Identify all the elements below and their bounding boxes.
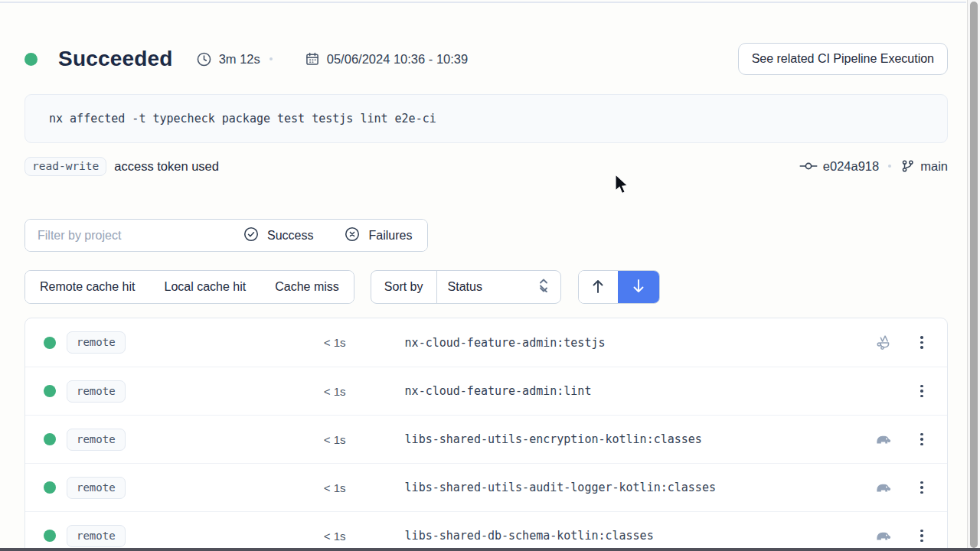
task-menu-button[interactable]	[916, 527, 927, 546]
run-duration: 3m 12s	[196, 51, 260, 67]
task-row[interactable]: remote < 1s libs-shared-utils-audit-logg…	[25, 463, 947, 511]
task-menu-button[interactable]	[916, 430, 927, 449]
task-duration: < 1s	[126, 530, 346, 543]
branch-info[interactable]: main	[900, 158, 948, 174]
task-duration: < 1s	[126, 433, 346, 446]
git-branch-icon	[900, 158, 915, 174]
filter-local-cache-hit-button[interactable]: Local cache hit	[150, 271, 261, 303]
task-row[interactable]: remote < 1s nx-cloud-feature-admin:testj…	[25, 318, 947, 367]
git-commit-icon	[799, 159, 818, 173]
task-success-dot	[44, 481, 56, 494]
token-row: read-write access token used e024a918 ma…	[24, 155, 948, 178]
task-name: libs-shared-utils-encryption-kotlin:clas…	[405, 432, 702, 446]
run-date-text: 05/06/2024 10:36 - 10:39	[327, 52, 468, 67]
filter-failures-button[interactable]: Failures	[328, 220, 427, 251]
sort-by-label: Sort by	[371, 271, 436, 303]
task-row[interactable]: remote < 1s libs-shared-db-schema-kotlin…	[25, 511, 947, 551]
filter-remote-cache-hit-button[interactable]: Remote cache hit	[25, 271, 150, 303]
task-success-dot	[44, 530, 56, 542]
cache-status-badge: remote	[67, 429, 126, 451]
access-token-label: access token used	[114, 159, 219, 174]
vcs-separator-dot	[888, 165, 891, 168]
sort-direction-group	[578, 270, 660, 304]
filter-bar: Success Failures	[24, 219, 948, 252]
task-duration: < 1s	[126, 385, 346, 398]
run-status-title: Succeeded	[58, 47, 173, 71]
meta-separator-dot	[270, 57, 273, 60]
check-circle-icon	[243, 226, 260, 246]
arrow-down-icon	[631, 278, 646, 297]
clock-icon	[196, 51, 212, 67]
sort-group: Sort by Status	[371, 270, 561, 304]
task-row[interactable]: remote < 1s nx-cloud-feature-admin:lint	[25, 367, 947, 415]
filter-failures-label: Failures	[368, 229, 412, 243]
task-success-dot	[44, 385, 56, 397]
run-status-dot	[24, 53, 38, 66]
sort-field-select[interactable]: Status	[436, 271, 560, 303]
sort-descending-button[interactable]	[618, 271, 659, 303]
project-filter-input[interactable]	[25, 220, 227, 251]
gradle-icon	[874, 429, 893, 449]
task-duration: < 1s	[126, 481, 346, 494]
arrow-up-icon	[590, 278, 606, 297]
task-success-dot	[44, 337, 56, 349]
chevron-up-down-icon	[537, 279, 550, 295]
calendar-icon	[305, 51, 320, 67]
task-menu-button[interactable]	[916, 382, 927, 401]
run-command: nx affected -t typecheck package test te…	[24, 94, 948, 143]
filter-cache-miss-button[interactable]: Cache miss	[260, 271, 354, 303]
sort-ascending-button[interactable]	[579, 271, 618, 303]
gradle-icon	[874, 478, 893, 497]
cache-status-badge: remote	[67, 525, 126, 547]
cache-filter-group: Remote cache hit Local cache hit Cache m…	[24, 270, 354, 304]
cache-status-badge: remote	[67, 380, 126, 403]
run-date: 05/06/2024 10:36 - 10:39	[305, 51, 468, 67]
task-name: nx-cloud-feature-admin:testjs	[405, 336, 606, 350]
filter-success-button[interactable]: Success	[227, 220, 328, 251]
gradle-icon	[874, 526, 893, 546]
jest-icon	[874, 333, 893, 353]
screen-bottom-edge	[0, 548, 980, 551]
task-duration: < 1s	[126, 336, 346, 349]
access-token-badge: read-write	[24, 157, 106, 176]
cache-status-badge: remote	[67, 331, 126, 354]
cache-sort-bar: Remote cache hit Local cache hit Cache m…	[24, 270, 948, 304]
main-content: Succeeded 3m 12s 05/06/2024 10:36 - 10:3…	[24, 0, 948, 551]
scrollbar-thumb[interactable]	[970, 2, 978, 548]
sort-selected-value: Status	[448, 280, 482, 294]
task-name: libs-shared-db-schema-kotlin:classes	[405, 529, 654, 543]
task-name: libs-shared-utils-audit-logger-kotlin:cl…	[405, 481, 716, 494]
branch-name: main	[920, 159, 948, 174]
page-scrollbar[interactable]	[967, 0, 980, 551]
run-header: Succeeded 3m 12s 05/06/2024 10:36 - 10:3…	[24, 43, 948, 75]
run-duration-text: 3m 12s	[219, 52, 260, 67]
task-menu-button[interactable]	[916, 478, 927, 497]
task-name: nx-cloud-feature-admin:lint	[405, 384, 592, 398]
task-row[interactable]: remote < 1s libs-shared-utils-encryption…	[25, 415, 947, 463]
task-success-dot	[44, 433, 56, 445]
see-related-pipeline-button[interactable]: See related CI Pipeline Execution	[738, 43, 948, 75]
x-circle-icon	[344, 226, 361, 246]
commit-info[interactable]: e024a918	[799, 159, 879, 174]
task-list: remote < 1s nx-cloud-feature-admin:testj…	[24, 318, 948, 551]
filter-success-label: Success	[267, 229, 313, 243]
project-filter-group: Success Failures	[24, 219, 428, 252]
task-menu-button[interactable]	[916, 333, 927, 352]
commit-sha: e024a918	[823, 159, 879, 174]
cache-status-badge: remote	[67, 477, 126, 499]
